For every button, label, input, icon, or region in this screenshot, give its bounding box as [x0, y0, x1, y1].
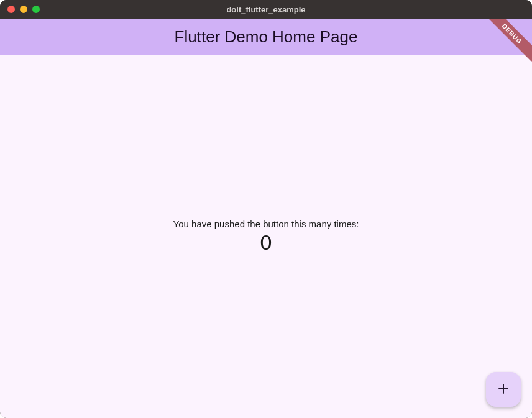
traffic-lights	[0, 6, 40, 13]
minimize-window-button[interactable]	[20, 6, 27, 13]
appbar: Flutter Demo Home Page	[0, 19, 532, 55]
titlebar[interactable]: dolt_flutter_example	[0, 0, 532, 19]
close-window-button[interactable]	[7, 6, 15, 13]
maximize-window-button[interactable]	[32, 6, 40, 13]
plus-icon	[496, 381, 511, 398]
body-content: You have pushed the button this many tim…	[0, 55, 532, 418]
counter-value: 0	[260, 230, 272, 255]
window-title: dolt_flutter_example	[226, 5, 305, 14]
increment-button[interactable]	[486, 372, 521, 407]
counter-label: You have pushed the button this many tim…	[173, 219, 359, 229]
page-title: Flutter Demo Home Page	[175, 27, 358, 47]
app-window: dolt_flutter_example Flutter Demo Home P…	[0, 0, 532, 418]
app-body: Flutter Demo Home Page DEBUG You have pu…	[0, 19, 532, 418]
